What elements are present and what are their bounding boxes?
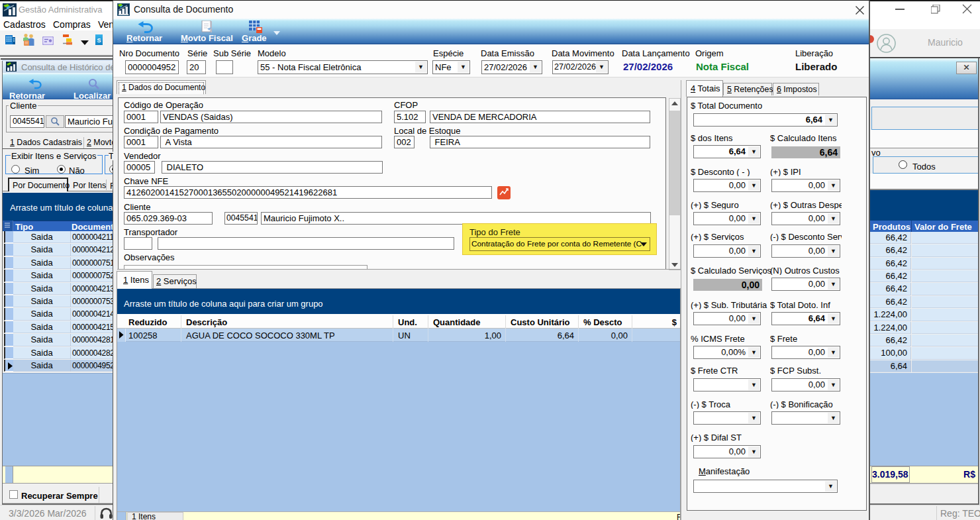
svg-text:S: S	[97, 37, 101, 44]
